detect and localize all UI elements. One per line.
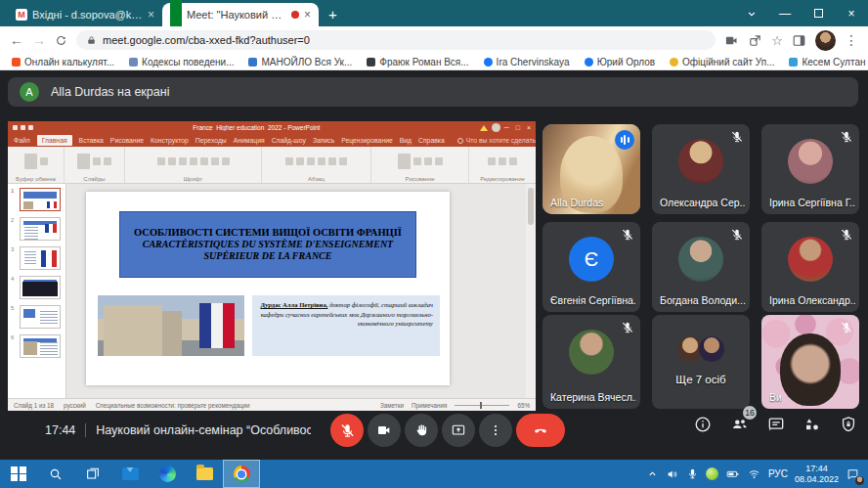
forward-icon[interactable]: → [32, 33, 46, 47]
tab-camera-indicator-icon[interactable] [724, 33, 739, 48]
participant-tile[interactable]: Ірина Олександр... [761, 222, 859, 312]
tab-gmail[interactable]: M Вхідні - d.sopova@kubg.edu.ua × [8, 3, 162, 26]
side-panel-icon[interactable] [792, 33, 806, 48]
antivirus-icon[interactable] [706, 467, 718, 480]
tab-close-icon[interactable]: × [148, 9, 154, 21]
share-icon[interactable] [748, 33, 762, 48]
edge-app-icon[interactable] [149, 460, 186, 488]
ribbon-tab[interactable]: Анимация [234, 137, 265, 144]
profile-chevron-icon[interactable] [735, 7, 768, 21]
overflow-participants-tile[interactable]: Ще 7 осіб [652, 315, 750, 409]
participant-tile[interactable]: Олександра Сер... [652, 124, 750, 214]
slide-thumbnail-2[interactable]: 2 [11, 217, 63, 241]
new-tab-button[interactable]: + [328, 6, 337, 22]
comments-button[interactable]: Примечания [412, 402, 447, 409]
tab-meet[interactable]: Meet: "Науковий онлайн-се × [162, 3, 319, 26]
close-button[interactable]: × [835, 7, 868, 21]
language-indicator[interactable]: РУС [768, 468, 788, 479]
profile-avatar[interactable] [815, 30, 836, 51]
mail-app-icon[interactable] [111, 460, 149, 488]
participants-icon[interactable]: 16 [729, 414, 750, 434]
ribbon-tab[interactable]: Вид [400, 137, 412, 144]
battery-icon[interactable] [725, 466, 740, 481]
search-button[interactable] [37, 460, 74, 488]
mic-toggle-button[interactable] [330, 414, 364, 447]
back-icon[interactable]: ← [10, 33, 23, 47]
ribbon-tab-active[interactable]: Главная [37, 135, 72, 146]
meeting-title: Науковий онлайн-семінар “Особливості ви.… [86, 423, 311, 437]
tab-title: Вхідні - d.sopova@kubg.edu.ua [32, 9, 143, 21]
chrome-app-icon-active[interactable] [223, 460, 260, 488]
bookmark-star-icon[interactable]: ☆ [771, 34, 783, 47]
audio-level-icon [615, 130, 634, 150]
bookmark-item[interactable]: Офіційний сайт Уп... [670, 57, 774, 67]
tell-me-box[interactable]: Что вы хотите сделать? [457, 137, 536, 144]
participant-tile[interactable]: Є Євгенія Сергіївна... [542, 222, 640, 312]
speaker-icon[interactable] [666, 467, 679, 481]
participant-tile-alla-durdas[interactable]: Alla Durdas [542, 124, 640, 214]
ribbon-tab[interactable]: Вставка [79, 137, 104, 144]
bookmark-item[interactable]: Фраюк Роман Вся... [367, 57, 468, 67]
ribbon-tab[interactable]: Переходы [195, 137, 227, 144]
zoom-slider[interactable] [455, 405, 509, 406]
ribbon-tab[interactable]: Рисование [110, 137, 144, 144]
participant-tile[interactable]: Богдана Володи... [652, 222, 750, 312]
ppt-scrollbar[interactable] [526, 184, 536, 398]
notes-button[interactable]: Заметки [380, 402, 404, 409]
ribbon-icons[interactable] [371, 147, 468, 176]
tab-close-icon[interactable]: × [304, 9, 311, 21]
ribbon-icons[interactable] [65, 147, 124, 176]
ribbon-tab[interactable]: Рецензирование [341, 137, 392, 144]
bookmark-item[interactable]: Кесем Султан - Все... [789, 57, 868, 67]
bookmark-item[interactable]: Ira Chervinskaya [484, 57, 570, 67]
ribbon-tab[interactable]: Файл [14, 137, 30, 144]
minimize-button[interactable]: — [768, 7, 802, 21]
ribbon-tab[interactable]: Запись [313, 137, 334, 144]
raise-hand-button[interactable] [405, 414, 438, 447]
microphone-tray-icon[interactable] [686, 467, 699, 480]
bookmark-item[interactable]: Онлайн калькулят... [12, 57, 114, 67]
slide-thumbnail-5[interactable]: 5 [11, 305, 63, 329]
activities-icon[interactable] [803, 415, 822, 434]
maximize-button[interactable] [802, 9, 835, 18]
start-button[interactable] [0, 460, 37, 488]
file-explorer-icon[interactable] [186, 460, 223, 488]
self-view-tile[interactable]: Ви [761, 315, 859, 409]
refresh-icon[interactable] [55, 34, 67, 47]
ribbon-icons[interactable] [262, 147, 370, 176]
wifi-icon[interactable] [747, 466, 761, 481]
bookmark-item[interactable]: МАНОЙЛО Вся Ук... [248, 57, 352, 67]
zoom-level[interactable]: 65% [517, 402, 530, 409]
address-bar[interactable]: meet.google.com/cba-xxed-fkd?authuser=0 [76, 30, 716, 50]
bookmark-item[interactable]: Кодексы поведени... [129, 57, 234, 67]
present-screen-button[interactable] [442, 414, 475, 447]
task-view-button[interactable] [74, 460, 111, 488]
ppt-window-controls[interactable]: ─□× [504, 124, 531, 131]
ribbon-tab[interactable]: Конструктор [151, 137, 189, 144]
gmail-icon: M [16, 9, 27, 21]
camera-toggle-button[interactable] [368, 414, 401, 447]
slide-image-sorbonne [98, 295, 244, 356]
chat-icon[interactable] [766, 415, 786, 434]
slide-thumbnail-4[interactable]: 4 [11, 276, 63, 299]
more-options-button[interactable] [479, 414, 512, 447]
ribbon-icons[interactable] [469, 147, 536, 176]
ribbon-tab[interactable]: Справка [418, 137, 445, 144]
shared-screen-powerpoint: France_Higher education_2022 - PowerPoin… [8, 121, 536, 411]
ribbon-icons[interactable] [125, 147, 261, 176]
participant-tile[interactable]: Катерина Вячесл... [542, 315, 640, 409]
slide-thumbnail-3[interactable]: 3 [11, 246, 63, 270]
bookmark-item[interactable]: Юрий Орлов [585, 57, 655, 67]
ribbon-tab[interactable]: Слайд-шоу [272, 137, 306, 144]
quick-access-toolbar[interactable] [13, 125, 33, 130]
tray-expand-icon[interactable] [646, 467, 659, 480]
taskbar-clock[interactable]: 17:44 08.04.2022 [795, 464, 839, 485]
end-call-button[interactable] [516, 414, 565, 447]
slide-thumbnail-1[interactable]: 1 [11, 188, 63, 211]
slide-thumbnail-6[interactable]: 6 [11, 334, 63, 358]
meeting-details-icon[interactable] [693, 415, 713, 434]
participant-tile[interactable]: Ірина Сергіївна Г... [761, 124, 859, 214]
host-controls-icon[interactable] [839, 415, 858, 434]
browser-menu-icon[interactable]: ⋮ [845, 33, 858, 47]
ribbon-icons[interactable] [8, 147, 64, 176]
